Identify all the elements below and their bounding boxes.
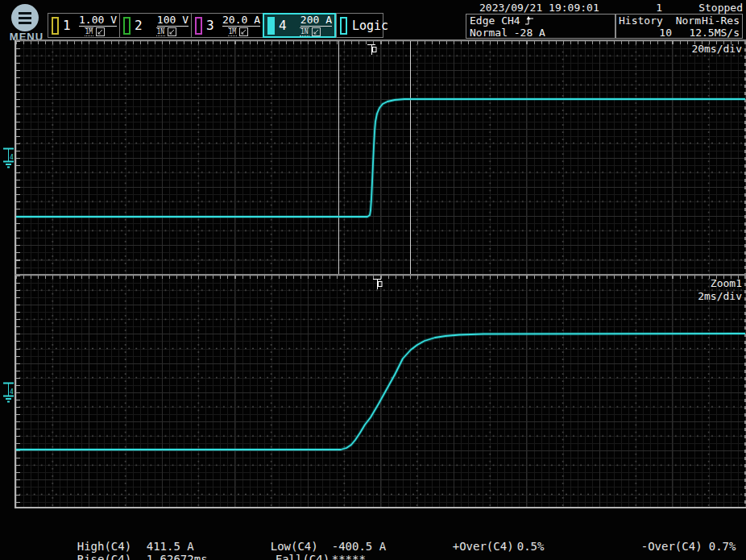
channel-4-button[interactable]: 4 200 A 1N [263,13,336,38]
zoom-title: Zoom1 [711,277,742,290]
zoom-waveform-window[interactable]: Zoom1 2ms/div [15,275,746,508]
measurement-pover: +Over(C4)0.5% [425,527,544,560]
measurement-nover: -Over(C4)0.7% [614,527,736,560]
main-waveform-window[interactable]: 20ms/div [15,39,746,275]
channel-1-impedance: 1M [85,27,94,36]
oscilloscope-screen: MENU 1 1.00 V 1M 2 100 V 1N 3 20.0 A [0,0,746,560]
probe-icon [96,27,105,36]
measurement-fall: Fall(C4)***** [243,540,366,560]
logic-button[interactable]: Logic [336,13,383,38]
channel-2-scale: 100 V [157,15,189,27]
run-state: Stopped [698,2,743,14]
hamburger-icon [11,4,39,31]
probe-icon [168,27,176,36]
trigger-settings-box[interactable]: Edge CH4 Normal -28 A [466,14,615,39]
channel-1-color-swatch [52,17,59,35]
rising-edge-icon [524,15,534,26]
zoom-trigger-position-marker[interactable] [371,277,383,291]
datetime: 2023/09/21 19:09:01 [479,2,599,14]
channel-4-ground-marker-zoom[interactable]: 4 [1,381,17,404]
channel-1-number: 1 [63,18,71,33]
channel-2-impedance: 1N [156,27,166,36]
channel-3-number: 3 [206,18,214,33]
acq-mode: Norm [676,15,701,27]
history-acquisition-box[interactable]: History Norm Hi-Res 10 12.5MS/s [615,14,743,39]
main-timebase-label: 20ms/div [691,43,742,56]
logic-color-swatch [340,17,347,35]
logic-label: Logic [352,19,388,33]
main-trace [16,41,745,274]
history-label: History [619,15,672,27]
svg-text:4: 4 [10,388,14,396]
zoom-timebase-label: 2ms/div [698,290,742,303]
channel-4-color-swatch [267,17,275,35]
svg-text:4: 4 [10,154,14,161]
channel-1-button[interactable]: 1 1.00 V 1M [48,13,120,38]
acq-resolution: Hi-Res [702,15,740,27]
trigger-position-marker[interactable] [365,43,378,56]
channel-4-scale: 200 A [300,15,332,27]
probe-icon [239,27,248,36]
acquisition-count: 1 [596,2,662,14]
channel-3-button[interactable]: 3 20.0 A 1M [191,13,263,38]
channel-3-color-swatch [195,17,202,35]
sample-rate: 12.5MS/s [672,27,740,39]
channel-4-ground-marker-main[interactable]: 4 [1,147,17,169]
measurement-rise: Rise(C4)1.62672ms [50,540,208,560]
zoom-trace [16,276,745,508]
channel-4-number: 4 [279,18,287,33]
menu-button[interactable]: MENU [8,3,50,39]
channel-3-impedance: 1M [228,27,238,36]
trigger-type-source: Edge CH4 [470,15,520,27]
channel-1-scale: 1.00 V [79,15,117,27]
trigger-mode-level: Normal -28 A [470,27,615,39]
channel-3-scale: 20.0 A [222,15,260,27]
probe-icon [312,27,321,36]
channel-2-color-swatch [123,17,131,35]
channel-2-number: 2 [135,18,143,33]
history-value: 10 [619,27,672,39]
channel-4-impedance: 1N [300,27,309,36]
channel-2-button[interactable]: 2 100 V 1N [119,13,192,38]
